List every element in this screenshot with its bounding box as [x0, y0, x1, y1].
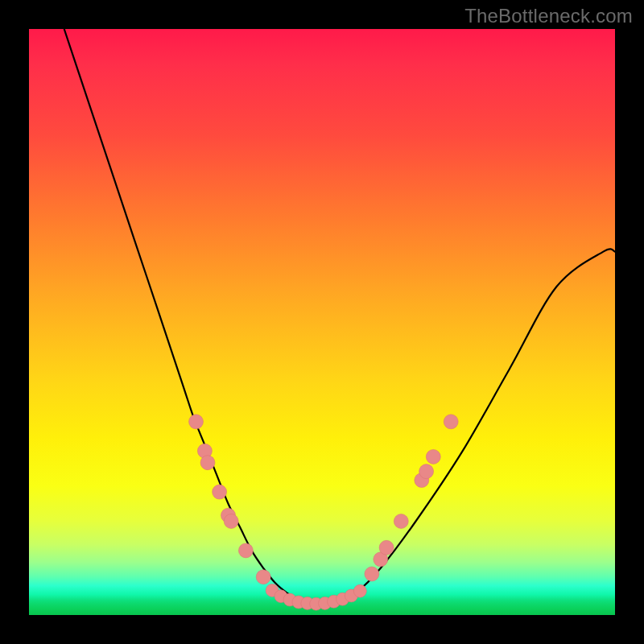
curve-marker	[238, 543, 253, 558]
bottleneck-curve	[64, 29, 615, 605]
curve-marker	[419, 464, 434, 479]
curve-layer	[29, 29, 615, 615]
curve-marker	[379, 540, 394, 555]
curve-marker	[189, 415, 204, 429]
curve-marker	[444, 415, 458, 429]
chart-frame: TheBottleneck.com	[0, 0, 644, 644]
curve-marker	[221, 508, 236, 522]
curve-marker	[301, 597, 314, 609]
curve-marker	[283, 593, 296, 606]
curve-marker	[197, 444, 212, 458]
curve-marker	[328, 595, 341, 608]
curve-marker	[200, 456, 215, 470]
curve-marker	[275, 590, 287, 603]
watermark-text: TheBottleneck.com	[464, 5, 633, 27]
curve-marker	[310, 597, 323, 610]
curve-markers	[189, 415, 459, 610]
plot-area	[29, 29, 615, 615]
curve-marker	[374, 552, 388, 567]
curve-marker	[292, 596, 305, 609]
curve-marker	[365, 567, 379, 581]
curve-marker	[345, 589, 357, 602]
curve-marker	[319, 597, 332, 609]
curve-marker	[394, 514, 408, 529]
curve-marker	[415, 473, 429, 488]
curve-marker	[213, 485, 227, 499]
curve-marker	[266, 584, 279, 597]
curve-marker	[426, 449, 440, 464]
curve-marker	[256, 570, 270, 584]
curve-marker	[224, 514, 238, 529]
curve-marker	[336, 592, 349, 605]
curve-marker	[353, 584, 366, 597]
